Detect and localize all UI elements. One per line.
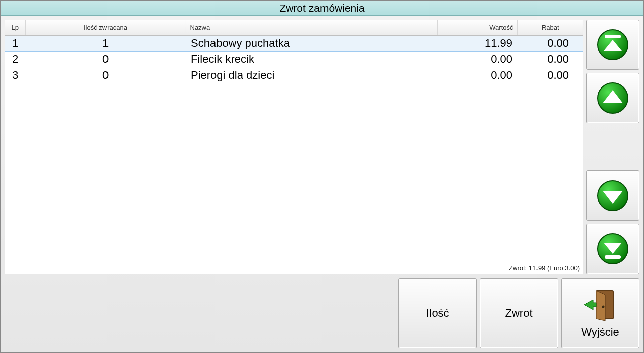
cell-name: Schabowy puchatka xyxy=(186,35,437,51)
scroll-top-button[interactable] xyxy=(586,20,639,70)
svg-marker-13 xyxy=(584,300,596,310)
order-table: Lp Ilość zwracana Nazwa Wartość Rabat 11… xyxy=(5,20,583,83)
content-area: Lp Ilość zwracana Nazwa Wartość Rabat 11… xyxy=(1,16,643,352)
cell-value: 11.99 xyxy=(437,35,517,51)
exit-button-label: Wyjście xyxy=(581,326,619,339)
col-header-qty[interactable]: Ilość zwracana xyxy=(25,20,186,35)
table-row[interactable]: 11Schabowy puchatka11.990.00 xyxy=(5,35,583,51)
order-table-wrap: Lp Ilość zwracana Nazwa Wartość Rabat 11… xyxy=(5,20,583,274)
app-window: Zwrot zamówienia Lp Ilość zwracana Nazwa… xyxy=(0,0,644,353)
main-row: Lp Ilość zwracana Nazwa Wartość Rabat 11… xyxy=(5,20,639,274)
svg-rect-1 xyxy=(605,35,621,38)
cell-qty: 0 xyxy=(25,67,186,83)
exit-door-icon xyxy=(581,288,619,323)
cell-lp: 1 xyxy=(5,35,25,51)
cell-name: Pierogi dla dzieci xyxy=(186,67,437,83)
cell-rabat: 0.00 xyxy=(517,35,583,51)
exit-button[interactable]: Wyjście xyxy=(561,278,639,348)
quantity-button[interactable]: Ilość xyxy=(398,278,477,348)
cell-value: 0.00 xyxy=(437,51,517,67)
col-header-value[interactable]: Wartość xyxy=(437,20,517,35)
window-title: Zwrot zamówienia xyxy=(1,1,643,16)
table-row[interactable]: 20Filecik krecik0.000.00 xyxy=(5,51,583,67)
cell-qty: 0 xyxy=(25,51,186,67)
scroll-nav-column xyxy=(586,20,639,274)
scroll-down-button[interactable] xyxy=(586,170,639,221)
table-row[interactable]: 30Pierogi dla dzieci0.000.00 xyxy=(5,67,583,83)
cell-rabat: 0.00 xyxy=(517,67,583,83)
col-header-rabat[interactable]: Rabat xyxy=(517,20,583,35)
table-header-row: Lp Ilość zwracana Nazwa Wartość Rabat xyxy=(5,20,583,35)
cell-qty: 1 xyxy=(25,35,186,51)
return-button[interactable]: Zwrot xyxy=(480,278,558,348)
scroll-top-icon xyxy=(597,29,629,61)
cell-name: Filecik krecik xyxy=(186,51,437,67)
svg-point-12 xyxy=(602,306,605,308)
col-header-lp[interactable]: Lp xyxy=(5,20,25,35)
scroll-up-icon xyxy=(597,82,629,114)
quantity-button-label: Ilość xyxy=(426,307,449,320)
scroll-bottom-icon xyxy=(597,233,629,265)
cell-lp: 3 xyxy=(5,67,25,83)
scroll-down-icon xyxy=(597,180,629,212)
bottom-button-row: Ilość Zwrot Wyjście xyxy=(5,278,639,348)
svg-rect-9 xyxy=(605,255,621,259)
col-header-name[interactable]: Nazwa xyxy=(186,20,437,35)
cell-rabat: 0.00 xyxy=(517,51,583,67)
cell-value: 0.00 xyxy=(437,67,517,83)
cell-lp: 2 xyxy=(5,51,25,67)
return-button-label: Zwrot xyxy=(505,307,533,320)
summary-line: Zwrot: 11.99 (Euro:3.00) xyxy=(509,264,580,272)
scroll-up-button[interactable] xyxy=(586,73,639,123)
scroll-bottom-button[interactable] xyxy=(586,224,639,274)
